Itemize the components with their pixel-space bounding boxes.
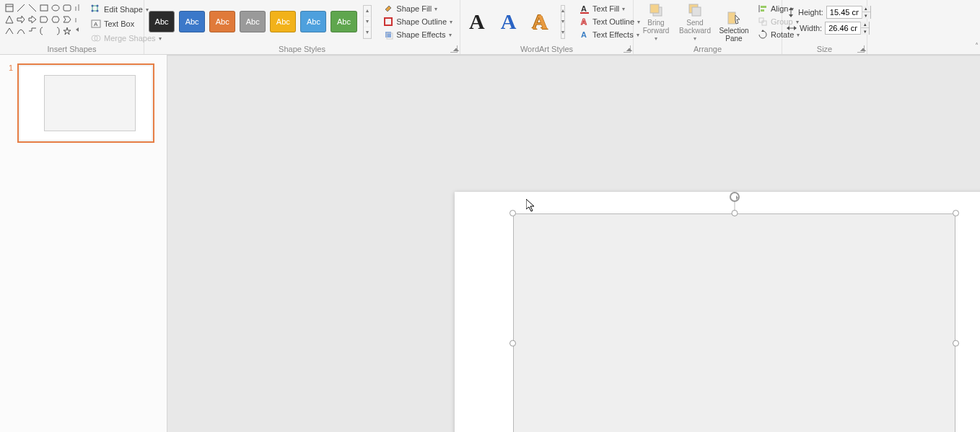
slide-thumbnails-pane[interactable]: 1 — [0, 55, 167, 432]
text-box-icon: A — [91, 19, 101, 29]
group-insert-shapes: Edit Shape ▾ A Text Box Merge Shapes ▾ I… — [0, 0, 144, 54]
slide-thumbnail-1[interactable]: 1 — [9, 63, 158, 143]
shape-effects-button[interactable]: Shape Effects▾ — [380, 29, 455, 40]
svg-rect-6 — [64, 5, 71, 11]
shape-roundrect-icon[interactable] — [62, 3, 72, 13]
shape-arrow-r-icon[interactable] — [16, 14, 26, 25]
svg-rect-37 — [761, 6, 766, 8]
shape-effects-label: Shape Effects — [396, 30, 445, 39]
group-label-arrange: Arrange — [634, 45, 782, 53]
resize-handle-t[interactable] — [731, 210, 738, 216]
shapes-gallery[interactable] — [4, 3, 84, 45]
svg-rect-38 — [761, 9, 764, 12]
group-label-insert-shapes: Insert Shapes — [0, 45, 144, 53]
group-label-size: Size — [782, 45, 867, 53]
shape-oval-icon[interactable] — [51, 3, 61, 13]
collapse-ribbon-icon[interactable]: ˄ — [975, 42, 979, 50]
shape-line2-icon[interactable] — [27, 3, 38, 13]
shape-bracket-icon[interactable] — [51, 26, 61, 36]
send-backward-button[interactable]: Send Backward ▾ — [677, 3, 713, 43]
text-box-label: Text Box — [104, 19, 134, 28]
rotate-icon — [758, 30, 768, 40]
selection-pane-label: Selection Pane — [716, 27, 752, 43]
spin-down-icon[interactable]: ▾ — [862, 12, 870, 19]
shape-scroll3-icon[interactable] — [74, 26, 84, 36]
wordart-style-3[interactable]: A — [528, 8, 552, 35]
shape-scroll2-icon[interactable] — [74, 14, 84, 25]
svg-rect-0 — [6, 4, 13, 12]
gallery-more-icon[interactable]: ▾ — [364, 27, 372, 38]
height-icon — [787, 7, 795, 17]
style-swatch-outline[interactable]: Abc — [149, 11, 175, 32]
shape-rect-icon[interactable] — [39, 3, 49, 13]
svg-rect-25 — [385, 32, 391, 38]
svg-marker-13 — [64, 27, 71, 35]
svg-rect-40 — [762, 21, 766, 25]
shape-arrow-block-icon[interactable] — [27, 14, 38, 25]
shape-connector-icon[interactable] — [27, 26, 38, 36]
width-value[interactable] — [826, 24, 860, 32]
svg-marker-14 — [76, 27, 79, 32]
bring-forward-button[interactable]: Bring Forward ▾ — [638, 3, 674, 43]
shape-triangle-icon[interactable] — [4, 14, 14, 25]
resize-handle-tl[interactable] — [509, 210, 516, 216]
wordart-style-2[interactable]: A — [496, 8, 521, 35]
shape-fill-button[interactable]: Shape Fill▾ — [380, 3, 455, 14]
align-icon — [758, 4, 768, 14]
scroll-down-icon[interactable]: ▾ — [364, 17, 372, 27]
edit-shape-label: Edit Shape — [104, 5, 143, 14]
selected-shape[interactable] — [513, 213, 955, 432]
spin-down-icon[interactable]: ▾ — [860, 28, 869, 35]
shape-hexagon-icon[interactable] — [51, 14, 61, 25]
resize-handle-tr[interactable] — [953, 210, 959, 216]
style-swatch-gray[interactable]: Abc — [240, 11, 266, 32]
resize-handle-r[interactable] — [953, 340, 959, 346]
group-label-shape-styles: Shape Styles — [144, 45, 460, 53]
shape-line-icon[interactable] — [16, 3, 26, 13]
spin-up-icon[interactable]: ▴ — [862, 6, 870, 12]
text-fill-label: Text Fill — [592, 4, 619, 13]
scroll-up-icon[interactable]: ▴ — [364, 6, 372, 17]
scroll-up-icon[interactable]: ▴ — [561, 6, 564, 17]
style-swatch-lightblue[interactable]: Abc — [300, 11, 326, 32]
style-swatch-orange[interactable]: Abc — [209, 11, 235, 32]
rotation-handle[interactable] — [730, 192, 740, 202]
shape-pentagon-icon[interactable] — [39, 14, 49, 25]
style-gallery-scroll[interactable]: ▴ ▾ ▾ — [363, 5, 372, 39]
style-swatch-blue[interactable]: Abc — [179, 11, 205, 32]
dropdown-icon: ▾ — [694, 36, 696, 43]
text-effects-label: Text Effects — [592, 30, 634, 39]
gallery-more-icon[interactable]: ▾ — [561, 27, 564, 38]
scroll-down-icon[interactable]: ▾ — [561, 17, 564, 27]
wordart-launcher[interactable] — [624, 45, 631, 53]
style-swatch-green[interactable]: Abc — [331, 11, 356, 32]
shape-curve-icon[interactable] — [16, 26, 26, 36]
text-effects-icon: A — [579, 30, 590, 40]
shape-styles-launcher[interactable] — [450, 45, 458, 53]
shape-rectangle[interactable] — [513, 213, 955, 432]
selection-pane-button[interactable]: Selection Pane — [716, 3, 752, 43]
resize-handle-l[interactable] — [509, 340, 516, 346]
height-value[interactable] — [827, 8, 862, 17]
width-input[interactable]: ▴▾ — [825, 22, 870, 35]
shape-brace-icon[interactable] — [39, 26, 49, 36]
size-launcher[interactable] — [857, 45, 865, 53]
spin-up-icon[interactable]: ▴ — [860, 22, 869, 28]
group-shape-styles: Abc Abc Abc Abc Abc Abc Abc ▴ ▾ ▾ Shape … — [144, 0, 460, 54]
shape-freeform-icon[interactable] — [4, 26, 14, 36]
shape-textbox-icon[interactable] — [4, 3, 14, 13]
slide-number: 1 — [9, 63, 13, 143]
group-size: Height: ▴▾ Width: ▴▾ Size — [782, 0, 867, 54]
slide-canvas[interactable] — [167, 55, 980, 432]
shape-scroll1-icon[interactable] — [74, 3, 84, 13]
style-swatch-yellow[interactable]: Abc — [270, 11, 296, 32]
wordart-style-1[interactable]: A — [465, 8, 489, 35]
svg-marker-7 — [6, 16, 13, 23]
wordart-gallery-scroll[interactable]: ▴ ▾ ▾ — [561, 5, 565, 39]
shape-star-icon[interactable] — [62, 26, 72, 36]
shape-fill-icon — [383, 4, 393, 14]
shape-chevron-icon[interactable] — [62, 14, 72, 25]
shape-outline-button[interactable]: Shape Outline▾ — [380, 16, 455, 27]
svg-line-3 — [29, 4, 36, 12]
height-input[interactable]: ▴▾ — [826, 6, 871, 19]
